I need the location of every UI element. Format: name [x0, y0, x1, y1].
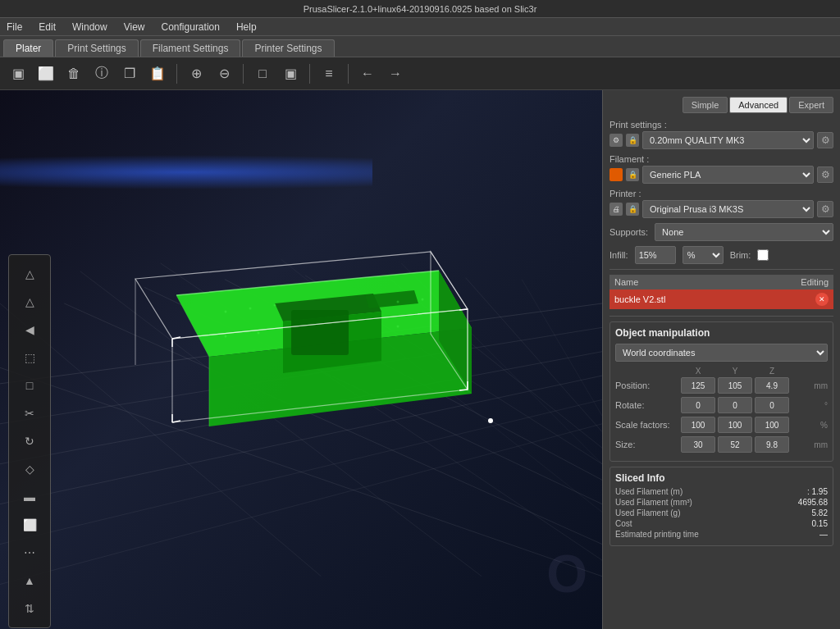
sliced-time-value: —: [819, 530, 828, 539]
position-z-input[interactable]: [755, 377, 789, 394]
tab-printer-settings[interactable]: Printer Settings: [242, 39, 334, 57]
table-row[interactable]: buckle V2.stl ✕: [609, 289, 833, 309]
size-z-input[interactable]: [755, 436, 789, 453]
brim-label: Brim:: [730, 250, 751, 260]
position-unit: mm: [814, 381, 828, 390]
sliced-cost-row: Cost 0.15: [615, 519, 828, 528]
sliced-filament-mm3-row: Used Filament (mm³) 4695.68: [615, 498, 828, 507]
toolbar-separator-2: [243, 64, 244, 84]
menu-help[interactable]: Help: [233, 20, 260, 34]
delete-icon[interactable]: 🗑: [62, 62, 85, 85]
layers-icon[interactable]: ≡: [317, 62, 340, 85]
rotate-y-input[interactable]: [718, 397, 752, 413]
svg-marker-35: [172, 309, 468, 422]
printer-gear-button[interactable]: ⚙: [817, 201, 833, 217]
right-panel: Simple Advanced Expert Print settings : …: [602, 90, 840, 629]
coord-system-select[interactable]: World coordinates: [615, 344, 828, 362]
tab-bar: Plater Print Settings Filament Settings …: [0, 36, 840, 57]
xyz-headers: X Y Z: [681, 367, 828, 376]
table-header: Name Editing: [609, 275, 833, 289]
x-header: X: [681, 367, 715, 376]
viewport[interactable]: △ △ ◀ ⬚ □ ✂ ↻ ◇ ▬ ⬜ ⋯ ▲ ⇅ O: [0, 90, 602, 629]
position-x-input[interactable]: [681, 377, 715, 394]
flatten-icon[interactable]: ▬: [15, 485, 44, 509]
select-box-icon[interactable]: ⬚: [15, 345, 44, 370]
position-y-input[interactable]: [718, 377, 752, 394]
select-icon[interactable]: △: [15, 262, 44, 286]
menu-configuration[interactable]: Configuration: [158, 20, 223, 34]
redo-icon[interactable]: →: [384, 62, 407, 85]
menu-window[interactable]: Window: [69, 20, 111, 34]
title-text: PrusaSlicer-2.1.0+linux64-20190916.0925 …: [304, 4, 537, 14]
menu-view[interactable]: View: [121, 20, 148, 34]
scale-y-input[interactable]: [718, 417, 752, 433]
z-header: Z: [755, 367, 789, 376]
supports-inline: Supports: None: [609, 223, 833, 241]
title-bar: PrusaSlicer-2.1.0+linux64-20190916.0925 …: [0, 0, 840, 18]
col-editing-header: Editing: [779, 277, 829, 287]
rotate-tool-icon[interactable]: ↻: [15, 429, 44, 454]
more-icon[interactable]: ⋯: [15, 540, 44, 565]
manipulation-title: Object manipulation: [615, 327, 828, 339]
remove-instance-icon[interactable]: ⊖: [212, 62, 235, 85]
print-settings-select[interactable]: 0.20mm QUALITY MK3: [642, 131, 814, 149]
rotate-z-input[interactable]: [755, 397, 789, 413]
size-y-input[interactable]: [718, 436, 752, 453]
info-icon[interactable]: ⓘ: [90, 62, 113, 85]
filament-select[interactable]: Generic PLA: [642, 166, 814, 184]
filament-gear-button[interactable]: ⚙: [817, 166, 833, 183]
rotate-label: Rotate:: [615, 400, 681, 410]
rotate-inputs: [681, 397, 824, 413]
printer-icon: 🖨: [609, 203, 623, 216]
mode-expert-button[interactable]: Expert: [789, 97, 833, 113]
object-name: buckle V2.stl: [614, 294, 815, 304]
brim-checkbox[interactable]: [757, 249, 769, 261]
rotate-x-input[interactable]: [681, 397, 715, 413]
menu-file[interactable]: File: [3, 20, 25, 34]
infill-select[interactable]: %: [682, 246, 724, 264]
sliced-info-title: Sliced Info: [615, 472, 828, 484]
printer-select[interactable]: Original Prusa i3 MK3S: [642, 200, 814, 218]
select-obj-icon[interactable]: □: [15, 373, 44, 398]
infill-label: Infill:: [609, 250, 628, 260]
supports-row: Supports: None: [609, 223, 833, 241]
row-close-button[interactable]: ✕: [815, 293, 829, 306]
printer-control: 🖨 🔒 Original Prusa i3 MK3S ⚙: [609, 200, 833, 218]
print-settings-icon: ⚙: [609, 134, 623, 147]
size-x-input[interactable]: [681, 436, 715, 453]
tab-plater[interactable]: Plater: [3, 39, 53, 57]
mode-advanced-button[interactable]: Advanced: [729, 97, 788, 113]
supports-select[interactable]: None: [655, 223, 833, 241]
scale-x-input[interactable]: [681, 417, 715, 433]
add-instance-icon[interactable]: ⊕: [185, 62, 208, 85]
move-tool2-icon[interactable]: ◀: [15, 317, 44, 342]
infill-input[interactable]: [635, 246, 676, 264]
paste-icon[interactable]: 📋: [146, 62, 169, 85]
arrange-icon[interactable]: ⬜: [15, 513, 44, 537]
tab-print-settings[interactable]: Print Settings: [55, 39, 138, 57]
print-settings-control: ⚙ 🔒 0.20mm QUALITY MK3 ⚙: [609, 131, 833, 149]
move-icon[interactable]: △: [15, 289, 44, 314]
toolbar-separator-3: [309, 64, 310, 84]
cut-icon[interactable]: ✂: [15, 401, 44, 426]
menu-edit[interactable]: Edit: [35, 20, 59, 34]
sliced-filament-g-row: Used Filament (g) 5.82: [615, 508, 828, 517]
split-icon[interactable]: □: [251, 62, 274, 85]
support-icon[interactable]: ▲: [15, 568, 44, 593]
mode-simple-button[interactable]: Simple: [682, 97, 728, 113]
tab-filament-settings[interactable]: Filament Settings: [140, 39, 241, 57]
merge-icon[interactable]: ▣: [279, 62, 302, 85]
add-part-icon[interactable]: ⬜: [34, 62, 57, 85]
undo-icon[interactable]: ←: [356, 62, 379, 85]
add-object-icon[interactable]: ▣: [7, 62, 30, 85]
size-unit: mm: [814, 440, 828, 449]
printer-row: Printer : 🖨 🔒 Original Prusa i3 MK3S ⚙: [609, 189, 833, 218]
scale-z-input[interactable]: [755, 417, 789, 433]
scale-icon[interactable]: ◇: [15, 457, 44, 481]
print-settings-gear-button[interactable]: ⚙: [817, 132, 833, 148]
position-inputs: [681, 377, 814, 394]
copy-icon[interactable]: ❐: [118, 62, 141, 85]
sliced-filament-mm3-value: 4695.68: [798, 498, 828, 507]
viewport-watermark: O: [546, 544, 586, 604]
orient-icon[interactable]: ⇅: [15, 596, 44, 621]
